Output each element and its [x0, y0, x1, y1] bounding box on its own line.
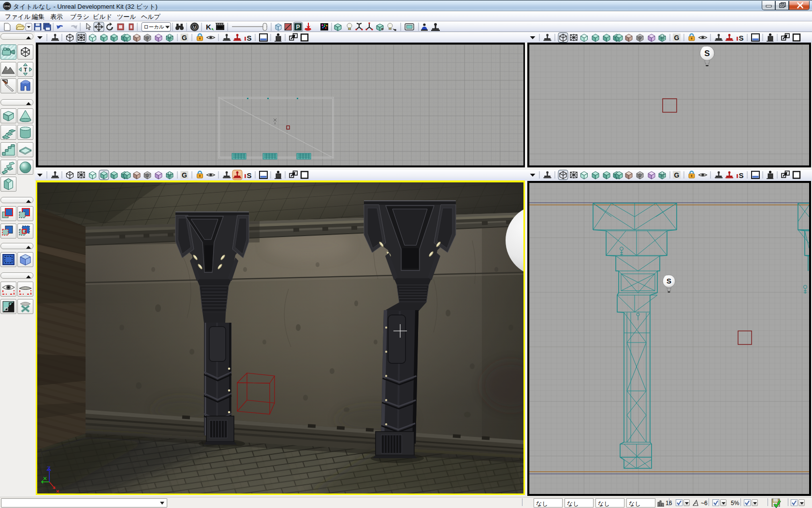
svg-text:S: S — [704, 49, 710, 58]
svg-text:S: S — [739, 34, 743, 42]
svg-text:S: S — [667, 277, 671, 285]
svg-text:S: S — [146, 36, 149, 40]
svg-text:ローカル: ローカル — [144, 24, 164, 30]
svg-text:UDK: UDK — [4, 5, 11, 8]
svg-text:G: G — [674, 34, 680, 42]
svg-text:G: G — [182, 171, 187, 179]
svg-text:T: T — [24, 67, 27, 73]
svg-text:S: S — [246, 34, 251, 42]
svg-text:S: S — [739, 171, 743, 179]
svg-text:G: G — [182, 34, 187, 42]
svg-text:S: S — [246, 171, 251, 179]
svg-text:K: K — [206, 23, 211, 31]
svg-text:S: S — [146, 174, 149, 177]
svg-text:S: S — [639, 36, 641, 40]
svg-text:U: U — [193, 25, 196, 30]
svg-text:P: P — [296, 24, 300, 30]
svg-text:G: G — [674, 171, 680, 179]
svg-text:S: S — [639, 174, 641, 177]
